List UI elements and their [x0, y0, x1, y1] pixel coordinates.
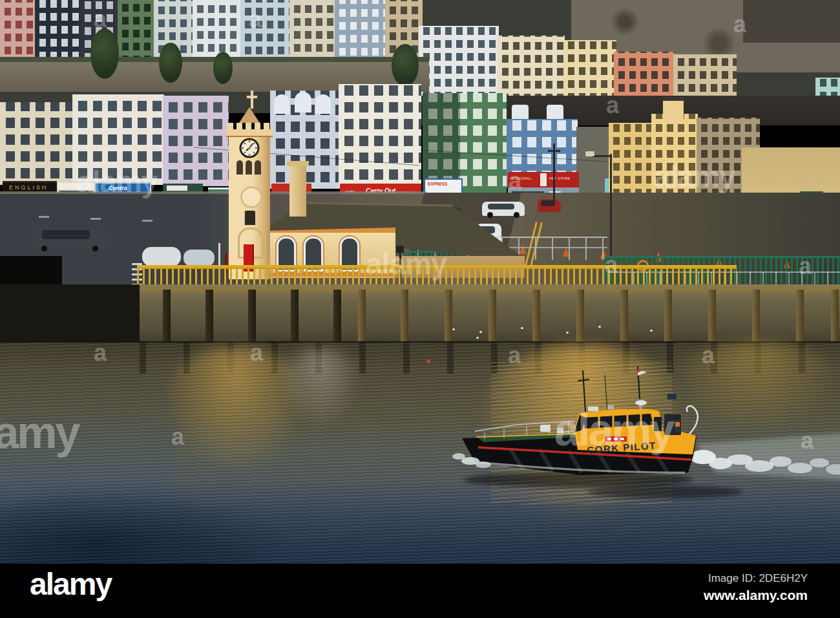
- chimney: [289, 165, 306, 217]
- watermark-letter: a: [605, 253, 617, 277]
- watermark-letter: a: [509, 169, 521, 193]
- crew-lifejacket: [675, 422, 680, 427]
- pier-pile: [620, 290, 628, 345]
- stern-wake: [697, 432, 840, 480]
- seagull: [452, 328, 455, 330]
- seagull: [479, 331, 482, 333]
- pier-pile: [576, 290, 584, 345]
- pier-pile: [796, 290, 804, 345]
- niche-arch: [246, 160, 252, 175]
- pier-pile: [163, 290, 171, 345]
- watermark-letter: a: [606, 94, 618, 117]
- watermark-letter: a: [801, 429, 813, 453]
- pier-pile: [358, 290, 366, 345]
- watermark-brand-large: alamy: [0, 410, 78, 455]
- seagull: [598, 326, 601, 328]
- pier-house-roof: [0, 0, 840, 284]
- chimney-cap: [287, 161, 309, 166]
- clock-face: [239, 138, 260, 158]
- watermark-letter: a: [94, 341, 106, 365]
- pier-pile: [708, 290, 716, 345]
- alamy-logo: alamy: [30, 569, 111, 600]
- seagull: [650, 330, 653, 332]
- pier-pile: [488, 290, 496, 345]
- footer-bar: alamy Image ID: 2DE6H2Y www.alamy.com: [0, 564, 840, 618]
- tower-finial: [251, 91, 253, 109]
- tower-finial-arm: [247, 96, 257, 98]
- watermark-brand: alamy: [76, 167, 157, 197]
- niche-arch: [236, 160, 243, 175]
- watermark-letter: a: [249, 8, 261, 31]
- tower-crenellation: [227, 123, 271, 129]
- pier-pile: [831, 290, 839, 345]
- seagull: [566, 332, 569, 334]
- tower-window: [244, 209, 257, 226]
- watermark-brand-large: alamy: [554, 407, 673, 453]
- watermark-brand: alamy: [654, 162, 735, 191]
- pier-pile: [248, 290, 256, 345]
- pier-pile: [752, 290, 760, 345]
- hook-catcher: [687, 406, 698, 435]
- photo-canvas: ENGLISH Centra CORK Carry Out OFF LICENC…: [0, 0, 840, 618]
- tower-cornice: [226, 129, 273, 137]
- boat-reflection: [588, 485, 743, 498]
- watermark-letter: a: [171, 425, 184, 449]
- pier-pile: [532, 290, 540, 345]
- pier-wall-shadow: [0, 284, 140, 346]
- stern-flag: [667, 394, 677, 400]
- tower-pinnacle: [239, 107, 260, 123]
- pier-pile: [664, 290, 672, 345]
- niche-arch: [255, 160, 261, 175]
- website-text: www.alamy.com: [704, 588, 808, 602]
- watermark-letter: a: [733, 13, 746, 36]
- pier-pile: [333, 290, 341, 345]
- seagull: [476, 337, 479, 339]
- watermark-letter: a: [702, 344, 714, 367]
- crew-head: [675, 416, 679, 420]
- overhead-wire: [420, 150, 607, 162]
- image-id-text: Image ID: 2DE6H2Y: [708, 573, 808, 584]
- seagull: [521, 327, 523, 329]
- pier-pile: [205, 290, 213, 345]
- watermark-letter: a: [508, 344, 520, 367]
- watermark-letter: a: [250, 341, 262, 365]
- tower-medallion: [240, 186, 262, 208]
- tower-niches: [236, 160, 265, 176]
- pier-pile: [291, 290, 299, 345]
- deck-vent: [540, 425, 551, 432]
- watermark-letter: a: [799, 255, 811, 278]
- watermark-letter: a: [94, 8, 106, 31]
- pier-pile: [401, 290, 408, 345]
- pier-pile: [445, 290, 452, 345]
- watermark-brand: alamy: [366, 249, 446, 279]
